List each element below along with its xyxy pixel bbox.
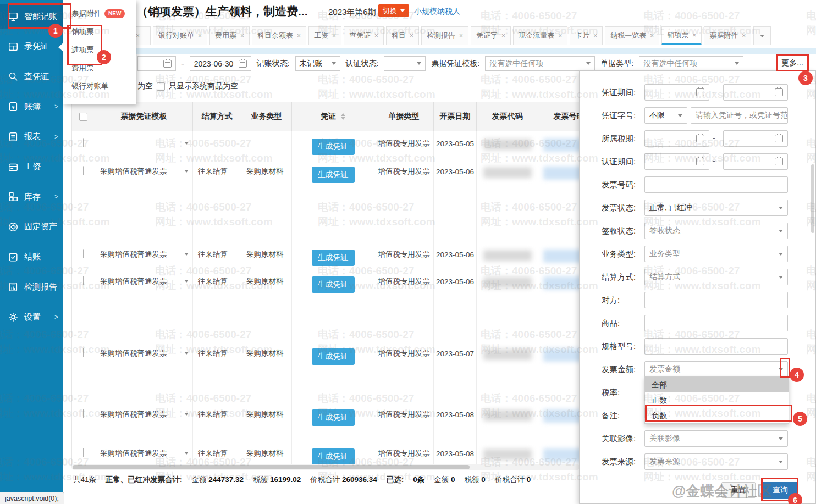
close-icon[interactable]: × [650, 32, 654, 40]
sidebar-item-smart-bookkeeping[interactable]: 智能记账 [0, 4, 63, 29]
settle-method-select[interactable]: 结算方式 [644, 269, 788, 285]
dropdown-option-all[interactable]: 全部 [645, 377, 789, 392]
invoice-source-select[interactable]: 发票来源 [644, 453, 788, 470]
flyout-item-ticket-attachment[interactable]: 票据附件NEW [63, 4, 136, 23]
generate-voucher-button[interactable]: 生成凭证 [312, 448, 355, 465]
flyout-item-sales-invoice[interactable]: 销项票 [63, 23, 136, 41]
row-checkbox[interactable] [83, 276, 84, 285]
generate-voucher-button[interactable]: 生成凭证 [312, 167, 355, 183]
generate-voucher-button[interactable]: 生成凭证 [312, 250, 355, 266]
auth-period-start-input[interactable] [644, 153, 709, 170]
row-checkbox[interactable] [83, 166, 84, 175]
tab-overflow-button[interactable] [753, 26, 771, 45]
row-checkbox[interactable] [83, 409, 84, 418]
search-button[interactable]: 查询 [762, 482, 798, 499]
template-cell[interactable]: 采购增值税普通发票 [95, 269, 193, 341]
tab-科目[interactable]: 科目× [386, 26, 419, 45]
flyout-item-bank-statement[interactable]: 银行对账单 [63, 77, 136, 95]
system-goods-empty-checkbox[interactable] [157, 82, 165, 91]
calendar-icon[interactable] [775, 135, 783, 142]
tab-费用票[interactable]: 费用票× [209, 26, 250, 45]
sign-status-select[interactable]: 签收状态 [644, 223, 788, 239]
goods-input[interactable] [644, 315, 788, 331]
tab-科目余额表[interactable]: 科目余额表× [252, 26, 306, 45]
voucher-period-start-input[interactable] [644, 84, 709, 101]
template-cell[interactable]: 采购增值税普通发票 [95, 159, 193, 242]
close-icon[interactable]: × [593, 32, 597, 40]
sidebar-item-fixed-asset[interactable]: 固定资产 [0, 214, 63, 240]
voucher-word-number-input[interactable]: 请输入凭证号，或凭证号范 [691, 107, 788, 124]
tax-period-end-input[interactable] [723, 130, 788, 147]
tab-工资[interactable]: 工资× [308, 26, 341, 45]
calendar-icon[interactable] [163, 60, 172, 68]
tab-检测报告[interactable]: 检测报告× [421, 26, 468, 45]
close-icon[interactable]: × [742, 32, 746, 40]
counterparty-input[interactable] [644, 292, 788, 308]
tab-凭证字[interactable]: 凭证字× [471, 26, 511, 45]
chevron-down-icon[interactable] [779, 276, 783, 279]
chevron-down-icon[interactable] [779, 368, 783, 371]
close-icon[interactable]: × [692, 31, 696, 39]
row-checkbox[interactable] [83, 138, 84, 147]
tab-销项票[interactable]: 销项票× [661, 26, 702, 45]
related-image-select[interactable]: 关联影像 [644, 430, 788, 447]
flyout-item-expense-invoice[interactable]: 费用票 [63, 59, 136, 77]
switch-period-button[interactable]: 切换 [378, 4, 409, 17]
dropdown-option-positive[interactable]: 正数 [645, 392, 789, 408]
select-all-checkbox[interactable] [79, 113, 87, 121]
sidebar-item-test-report[interactable]: 检测报告 [0, 274, 63, 300]
close-icon[interactable]: × [136, 32, 140, 40]
tab-查凭证[interactable]: 查凭证× [344, 26, 384, 45]
doc-type-filter-select[interactable]: 没有选中任何项 [639, 56, 743, 71]
tab-银行对账单[interactable]: 银行对账单× [153, 26, 207, 45]
sidebar-item-salary[interactable]: 工资 [0, 154, 63, 180]
chevron-down-icon[interactable] [779, 461, 783, 463]
row-checkbox[interactable] [83, 348, 84, 357]
chevron-down-icon[interactable] [779, 230, 783, 232]
close-icon[interactable]: × [198, 32, 202, 40]
chevron-down-icon[interactable] [779, 437, 783, 440]
start-date-input[interactable] [137, 56, 176, 71]
close-icon[interactable]: × [558, 32, 562, 40]
row-checkbox[interactable] [83, 448, 84, 457]
template-cell[interactable]: 采购增值税普通发票 [95, 441, 193, 468]
reset-button[interactable]: 重置 [721, 482, 756, 498]
book-status-select[interactable]: 未记账 [295, 56, 340, 71]
template-cell[interactable] [95, 131, 193, 159]
end-date-input[interactable]: 2023-06-30 [190, 56, 251, 71]
invoice-number-input[interactable] [644, 176, 788, 193]
close-icon[interactable]: × [410, 32, 413, 40]
calendar-icon[interactable] [239, 60, 247, 68]
generate-voucher-button[interactable]: 生成凭证 [312, 276, 355, 293]
sort-icon[interactable] [341, 113, 345, 120]
sidebar-item-voucher-search[interactable]: 查凭证 [0, 64, 63, 89]
calendar-icon[interactable] [775, 158, 783, 165]
row-checkbox[interactable] [83, 249, 84, 258]
panel-scrollbar-thumb[interactable] [811, 164, 814, 233]
spec-model-input[interactable] [644, 338, 788, 355]
business-type-select[interactable]: 业务类型 [644, 246, 788, 262]
template-cell[interactable]: 采购增值税普通发票 [95, 341, 193, 402]
chevron-down-icon[interactable] [779, 253, 783, 256]
dropdown-option-negative[interactable]: 负数 [645, 408, 789, 423]
calendar-icon[interactable] [696, 88, 704, 96]
sidebar-item-closing[interactable]: 结账 [0, 245, 63, 270]
close-icon[interactable]: × [297, 32, 301, 40]
tax-period-start-input[interactable] [644, 130, 709, 147]
tab-纳税一览表[interactable]: 纳税一览表× [605, 26, 659, 45]
flyout-item-purchase-invoice[interactable]: 进项票 [63, 41, 136, 59]
sidebar-item-voucher-entry[interactable]: 录凭证 [0, 34, 63, 59]
generate-voucher-button[interactable]: 生成凭证 [312, 409, 355, 426]
template-cell[interactable]: 采购增值税普通发票 [95, 242, 193, 269]
sidebar-item-report[interactable]: 报表> [0, 124, 63, 149]
more-filters-button[interactable]: 更多... [776, 55, 808, 71]
close-icon[interactable]: × [459, 32, 463, 40]
calendar-icon[interactable] [775, 88, 783, 96]
template-filter-select[interactable]: 没有选中任何项 [485, 56, 595, 71]
auth-period-end-input[interactable] [723, 153, 788, 170]
chevron-down-icon[interactable] [779, 207, 783, 209]
voucher-word-number-select[interactable]: 不限 [644, 107, 687, 124]
calendar-icon[interactable] [696, 135, 704, 142]
generate-voucher-button[interactable]: 生成凭证 [312, 348, 355, 365]
calendar-icon[interactable] [696, 158, 704, 165]
